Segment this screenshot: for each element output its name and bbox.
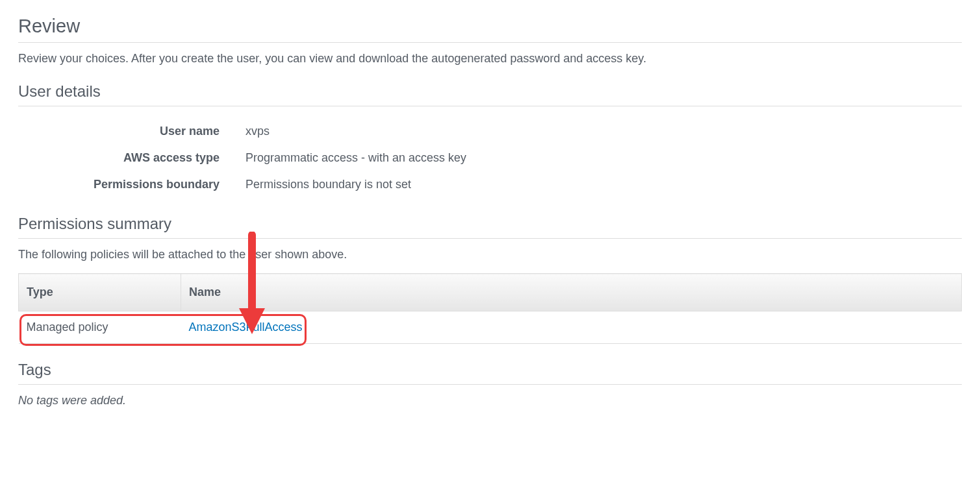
user-name-value: xvps	[245, 125, 270, 138]
policy-name-cell: AmazonS3FullAccess	[181, 311, 962, 344]
access-type-label: AWS access type	[18, 151, 245, 165]
permissions-boundary-value: Permissions boundary is not set	[245, 178, 411, 191]
user-details-row: AWS access type Programmatic access - wi…	[18, 145, 962, 171]
permissions-summary-heading: Permissions summary	[18, 215, 962, 239]
page-subtitle: Review your choices. After you create th…	[18, 52, 962, 66]
user-details-list: User name xvps AWS access type Programma…	[18, 118, 962, 198]
tags-heading: Tags	[18, 361, 962, 385]
column-type: Type	[19, 274, 181, 311]
permissions-table-wrap: Type Name Managed policy AmazonS3FullAcc…	[18, 273, 962, 344]
permissions-table: Type Name Managed policy AmazonS3FullAcc…	[18, 273, 962, 344]
table-header-row: Type Name	[19, 274, 962, 311]
user-details-row: Permissions boundary Permissions boundar…	[18, 171, 962, 198]
table-row: Managed policy AmazonS3FullAccess	[19, 311, 962, 344]
permissions-boundary-label: Permissions boundary	[18, 178, 245, 191]
policy-link[interactable]: AmazonS3FullAccess	[189, 321, 303, 334]
access-type-value: Programmatic access - with an access key	[245, 151, 466, 165]
column-name: Name	[181, 274, 962, 311]
tags-empty-message: No tags were added.	[18, 394, 962, 407]
review-page: Review Review your choices. After you cr…	[0, 0, 980, 426]
user-details-heading: User details	[18, 82, 962, 106]
user-name-label: User name	[18, 125, 245, 138]
user-details-row: User name xvps	[18, 118, 962, 145]
page-title: Review	[18, 16, 962, 43]
permissions-summary-desc: The following policies will be attached …	[18, 248, 962, 261]
policy-type-cell: Managed policy	[19, 311, 181, 344]
